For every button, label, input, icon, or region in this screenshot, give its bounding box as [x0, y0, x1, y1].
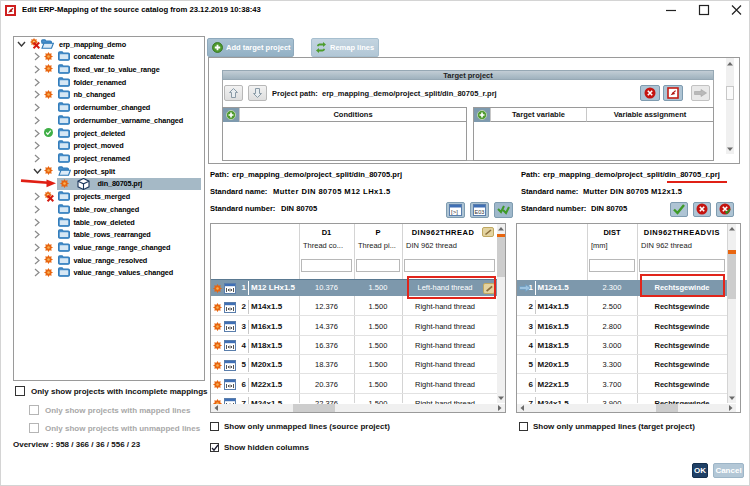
- svg-text:E03: E03: [475, 209, 485, 215]
- svg-text:[>]: [>]: [451, 209, 458, 215]
